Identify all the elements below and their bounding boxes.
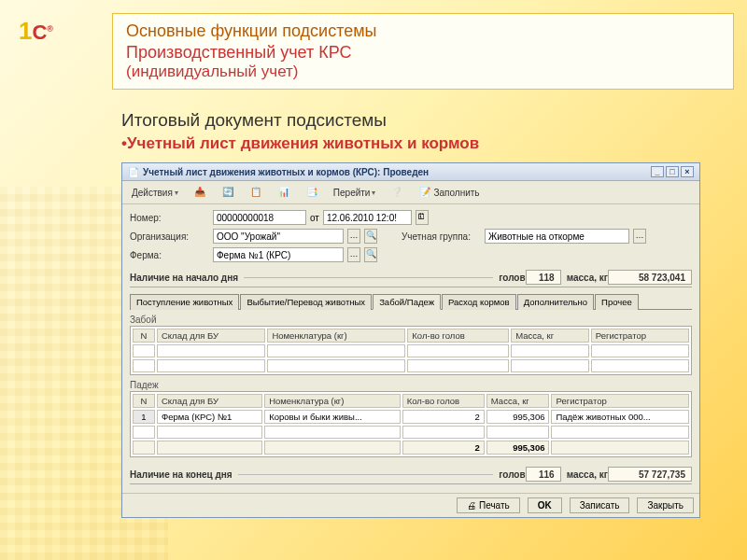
- label-from: от: [310, 213, 319, 223]
- toolbar-icon3[interactable]: 📋: [244, 184, 268, 201]
- date-picker-icon[interactable]: 🗓: [416, 210, 429, 225]
- total-mass: 995,306: [486, 441, 550, 455]
- cell-n[interactable]: 1: [133, 410, 155, 424]
- header-line1: Основные функции подсистемы: [126, 21, 720, 41]
- print-button[interactable]: 🖨 Печать: [457, 497, 520, 513]
- tabs: Поступление животных Выбытие/Перевод жив…: [130, 293, 692, 310]
- label-group: Учетная группа:: [402, 231, 481, 242]
- toolbar-help-icon[interactable]: ❔: [385, 184, 409, 201]
- actions-menu[interactable]: Действия: [126, 186, 184, 200]
- heads-label-end: голов: [499, 469, 525, 480]
- mass-label-end: масса, кг: [567, 469, 608, 480]
- col-mass: Масса, кг: [486, 394, 550, 408]
- subtitle: Итоговый документ подсистемы •Учетный ли…: [121, 110, 479, 153]
- padez-title: Падеж: [130, 379, 692, 391]
- table-row-empty: [133, 344, 689, 357]
- header-line3: (индивидуальный учет): [126, 63, 720, 81]
- cell-reg[interactable]: Падёж животных 000...: [551, 410, 689, 424]
- group-input[interactable]: [485, 229, 629, 244]
- col-reg: Регистратор: [551, 394, 689, 408]
- col-heads: Кол-во голов: [407, 329, 509, 343]
- subtitle-line1: Итоговый документ подсистемы: [121, 110, 479, 131]
- label-org: Организация:: [130, 231, 209, 242]
- tab-feed[interactable]: Расход кормов: [442, 294, 516, 310]
- doc-icon: 📄: [128, 167, 139, 177]
- date-input[interactable]: [323, 210, 412, 225]
- titlebar: 📄 Учетный лист движения животных и кормо…: [122, 163, 699, 181]
- write-button[interactable]: Записать: [570, 497, 630, 513]
- cell-mass[interactable]: 995,306: [486, 410, 550, 424]
- col-nomen: Номенклатура (кг): [264, 394, 400, 408]
- navigate-menu[interactable]: Перейти: [328, 186, 382, 200]
- cell-sklad[interactable]: Ферма (КРС) №1: [157, 410, 262, 424]
- col-mass: Масса, кг: [511, 329, 589, 343]
- org-select-button[interactable]: …: [347, 229, 360, 244]
- fill-button[interactable]: 📝Заполнить: [413, 184, 485, 201]
- cell-heads[interactable]: 2: [402, 410, 485, 424]
- tab-extra[interactable]: Дополнительно: [517, 294, 594, 310]
- tab-transfer[interactable]: Выбытие/Перевод животных: [240, 294, 372, 310]
- col-reg: Регистратор: [591, 329, 689, 343]
- group-select-button[interactable]: …: [633, 229, 646, 244]
- subtitle-line2: •Учетный лист движения животных и кормов: [121, 134, 479, 153]
- label-farm: Ферма:: [130, 250, 209, 260]
- col-n: N: [133, 329, 155, 343]
- col-nomen: Номенклатура (кг): [267, 329, 405, 343]
- toolbar-icon1[interactable]: 📥: [188, 184, 212, 201]
- toolbar-icon5[interactable]: 📑: [300, 184, 324, 201]
- close-form-button[interactable]: Закрыть: [637, 497, 694, 513]
- cell-nomen[interactable]: Коровы и быки живы...: [264, 410, 400, 424]
- toolbar-icon4[interactable]: 📊: [272, 184, 296, 201]
- padez-grid[interactable]: N Склад для БУ Номенклатура (кг) Кол-во …: [130, 391, 692, 457]
- start-day-label: Наличие на начало дня: [130, 273, 238, 283]
- maximize-button[interactable]: □: [666, 166, 679, 177]
- zaboi-section: Забой N Склад для БУ Номенклатура (кг) К…: [130, 314, 692, 375]
- org-input[interactable]: [213, 229, 344, 244]
- org-search-button[interactable]: 🔍: [364, 229, 377, 244]
- app-window: 📄 Учетный лист движения животных и кормо…: [121, 162, 700, 518]
- padez-section: Падеж N Склад для БУ Номенклатура (кг) К…: [130, 379, 692, 457]
- tab-other[interactable]: Прочее: [595, 294, 639, 310]
- number-input[interactable]: [213, 210, 306, 225]
- toolbar-icon2[interactable]: 🔄: [216, 184, 240, 201]
- farm-input[interactable]: [213, 247, 344, 262]
- zaboi-title: Забой: [130, 314, 692, 326]
- col-heads: Кол-во голов: [402, 394, 485, 408]
- ok-button[interactable]: OK: [528, 497, 562, 513]
- start-mass-value: 58 723,041: [608, 270, 692, 285]
- toolbar: Действия 📥 🔄 📋 📊 📑 Перейти ❔ 📝Заполнить: [122, 181, 699, 204]
- table-row: 1 Ферма (КРС) №1 Коровы и быки живы... 2…: [133, 410, 689, 424]
- printer-icon: 🖨: [467, 500, 479, 511]
- minimize-button[interactable]: _: [651, 166, 664, 177]
- table-row-empty: [133, 359, 689, 372]
- heads-label: голов: [499, 273, 525, 283]
- end-heads-value: 116: [526, 467, 561, 482]
- footer-bar: 🖨 Печать OK Записать Закрыть: [122, 493, 699, 517]
- end-mass-value: 57 727,735: [608, 467, 692, 482]
- farm-search-button[interactable]: 🔍: [364, 247, 377, 262]
- tab-arrivals[interactable]: Поступление животных: [130, 294, 239, 310]
- end-day-label: Наличие на конец дня: [130, 469, 233, 480]
- form-body: Номер: от 🗓 Организация: … 🔍 Учетная гру…: [122, 204, 699, 493]
- header-line2: Производственный учет КРС: [126, 43, 720, 63]
- zaboi-grid[interactable]: N Склад для БУ Номенклатура (кг) Кол-во …: [130, 326, 692, 375]
- total-heads: 2: [402, 441, 485, 455]
- mass-label: масса, кг: [567, 273, 608, 283]
- slide-header: Основные функции подсистемы Производстве…: [112, 13, 734, 90]
- col-n: N: [133, 394, 155, 408]
- label-number: Номер:: [130, 213, 209, 223]
- tab-slaughter[interactable]: Забой/Падеж: [373, 294, 441, 310]
- table-row-empty: [133, 426, 689, 439]
- farm-select-button[interactable]: …: [347, 247, 360, 262]
- table-row-total: 2 995,306: [133, 441, 689, 455]
- close-button[interactable]: ×: [681, 166, 694, 177]
- logo-1c: 1C®: [19, 17, 65, 54]
- col-sklad: Склад для БУ: [157, 329, 265, 343]
- col-sklad: Склад для БУ: [157, 394, 262, 408]
- window-title: Учетный лист движения животных и кормов …: [143, 167, 429, 177]
- start-heads-value: 118: [526, 270, 561, 285]
